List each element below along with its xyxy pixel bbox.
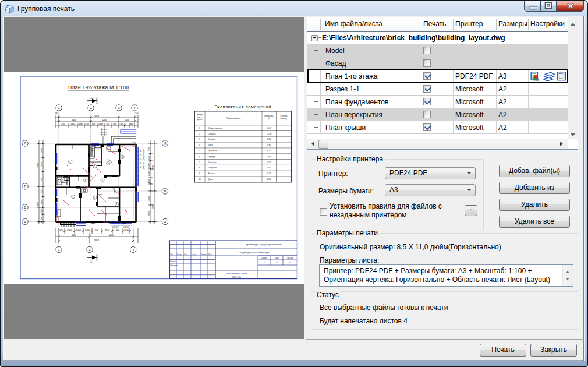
svg-text:1200х1500 1200х1500 1200: 1200х1500 1200х1500 1200 [143, 149, 145, 170]
svg-text:Кол.уч: Кол.уч [177, 253, 182, 256]
svg-text:План первого этажа: План первого этажа [226, 272, 248, 275]
svg-text:5: 5 [94, 197, 95, 199]
svg-text:Общая комната: Общая комната [208, 127, 222, 129]
svg-text:м²: м² [268, 118, 270, 120]
svg-text:Разраб.: Разраб. [171, 260, 176, 263]
svg-text:3: 3 [118, 106, 120, 110]
svg-text:1.01: 1.01 [267, 167, 271, 169]
svg-text:Листов: Листов [287, 257, 293, 259]
svg-text:10: 10 [199, 178, 201, 181]
svg-text:741: 741 [41, 178, 43, 181]
svg-text:9: 9 [199, 172, 200, 175]
svg-text:910: 910 [95, 229, 98, 231]
svg-text:14.09: 14.09 [267, 127, 271, 129]
svg-text:б: б [289, 262, 291, 264]
svg-text:1: 1 [199, 127, 200, 129]
svg-text:ОК2-1/2: ОК2-1/2 [123, 226, 129, 228]
svg-text:1000: 1000 [76, 229, 81, 231]
svg-text:980: 980 [113, 123, 116, 125]
svg-text:1.82: 1.82 [267, 156, 271, 158]
svg-text:Изм.: Изм. [171, 253, 174, 256]
svg-text:7: 7 [102, 179, 103, 181]
svg-text:4: 4 [134, 106, 136, 110]
svg-text:1340: 1340 [124, 229, 129, 231]
svg-text:2850: 2850 [148, 211, 150, 216]
svg-text:М 1:100: М 1:100 [232, 276, 241, 278]
svg-text:Прихожая: Прихожая [208, 150, 217, 152]
svg-text:6: 6 [199, 156, 200, 158]
svg-text:пом ещ.: пом ещ. [280, 118, 287, 120]
svg-text:7.82: 7.82 [267, 144, 271, 146]
svg-text:590: 590 [59, 229, 63, 231]
svg-text:8.21: 8.21 [267, 150, 271, 152]
svg-text:8: 8 [85, 179, 86, 181]
svg-text:Спальня: Спальня [208, 133, 215, 135]
svg-text:1.02: 1.02 [267, 178, 271, 181]
svg-text:Лист: Лист [275, 257, 279, 259]
svg-text:600: 600 [92, 123, 95, 125]
svg-text:Экспликация помещений: Экспликация помещений [215, 104, 271, 110]
svg-text:План 1-го этажа М 1:100: План 1-го этажа М 1:100 [68, 84, 129, 90]
svg-text:1900: 1900 [41, 200, 43, 204]
svg-text:А: А [164, 220, 167, 224]
svg-text:Д: Д [164, 142, 167, 145]
svg-text:7380: 7380 [37, 163, 39, 168]
svg-text:750: 750 [41, 190, 43, 193]
svg-text:3: 3 [122, 156, 123, 158]
svg-text:1: 1 [90, 96, 92, 100]
svg-text:Г: Г [24, 185, 26, 188]
svg-text:Подпись: Подпись [201, 253, 208, 256]
svg-text:1390: 1390 [41, 209, 43, 214]
svg-text:680: 680 [116, 229, 119, 231]
svg-text:1550: 1550 [125, 119, 129, 121]
svg-text:6: 6 [108, 163, 109, 165]
svg-text:Категор: Категор [281, 115, 288, 117]
svg-text:6000: 6000 [109, 234, 114, 237]
svg-text:А: А [24, 220, 26, 224]
svg-text:2: 2 [90, 106, 92, 110]
svg-text:Площа дь,: Площа дь, [264, 115, 274, 117]
svg-text:1: 1 [116, 203, 117, 206]
svg-text:590: 590 [41, 217, 43, 220]
svg-text:1310: 1310 [70, 123, 75, 125]
svg-text:240: 240 [55, 112, 58, 115]
svg-text:8: 8 [199, 167, 200, 169]
svg-text:9: 9 [62, 179, 63, 181]
svg-text:Спальня: Спальня [208, 138, 215, 140]
svg-text:Д: Д [24, 142, 26, 145]
svg-text:3650: 3650 [37, 202, 39, 206]
svg-text:1460: 1460 [85, 229, 90, 231]
svg-text:5: 5 [94, 165, 95, 168]
svg-text:1390: 1390 [148, 171, 150, 176]
svg-text:750: 750 [119, 123, 123, 125]
svg-text:Кладовая: Кладовая [208, 167, 217, 169]
svg-text:3770: 3770 [41, 162, 43, 167]
svg-text:5250: 5250 [152, 204, 154, 209]
svg-text:Туалет: Туалет [208, 178, 214, 181]
svg-text:7: 7 [199, 161, 200, 164]
svg-text:щени я: щени я [197, 118, 203, 121]
svg-text:4.22: 4.22 [267, 172, 271, 175]
svg-text:2570: 2570 [105, 229, 109, 231]
svg-text:Топочная: Топочная [208, 161, 217, 164]
svg-text:3: 3 [199, 138, 200, 140]
svg-text:Проверил: Проверил [171, 264, 178, 267]
svg-text:2: 2 [70, 161, 71, 163]
svg-text:880: 880 [79, 123, 83, 125]
svg-text:ОК-1 ОК-1 ОК-1 ОК-1 ОК-1: ОК-1 ОК-1 ОК-1 ОК-1 ОК-1 [140, 148, 142, 168]
svg-text:1200: 1200 [148, 156, 150, 160]
svg-text:1: 1 [90, 260, 92, 263]
svg-text:2: 2 [264, 262, 265, 264]
svg-text:8210: 8210 [152, 165, 154, 170]
svg-text:4200: 4200 [102, 119, 107, 121]
svg-text:"Архитектура и градостроительс: "Архитектура и градостроительство" [245, 244, 283, 246]
svg-text:Наименование: Наименование [226, 117, 241, 119]
svg-text:4: 4 [199, 144, 200, 146]
svg-text:5: 5 [199, 150, 200, 152]
svg-text:1: 1 [58, 106, 60, 110]
svg-text:4: 4 [73, 196, 74, 198]
svg-text:1380: 1380 [98, 123, 103, 125]
svg-text:4600: 4600 [72, 119, 76, 121]
svg-text:Ванная: Ванная [208, 172, 215, 175]
svg-text:2: 2 [89, 248, 91, 252]
